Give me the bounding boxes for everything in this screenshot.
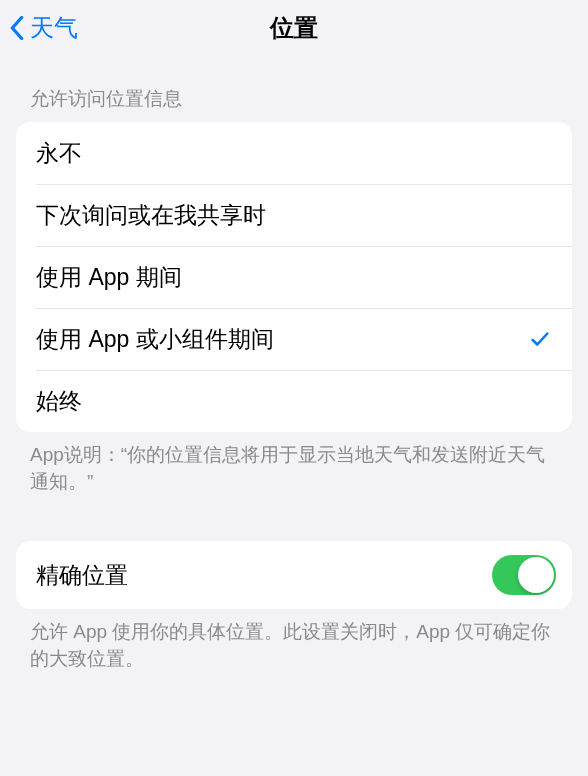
- back-button[interactable]: 天气: [8, 12, 78, 44]
- precise-location-group: 精确位置: [16, 541, 572, 609]
- back-label: 天气: [30, 12, 78, 44]
- location-option-row[interactable]: 使用 App 期间: [16, 246, 572, 308]
- checkmark-icon: [528, 327, 552, 351]
- location-option-row[interactable]: 下次询问或在我共享时: [16, 184, 572, 246]
- nav-bar: 天气 位置: [0, 0, 588, 56]
- content: 允许访问位置信息 永不下次询问或在我共享时使用 App 期间使用 App 或小组…: [0, 56, 588, 672]
- location-option-row[interactable]: 始终: [16, 370, 572, 432]
- location-access-group: 永不下次询问或在我共享时使用 App 期间使用 App 或小组件期间始终: [16, 122, 572, 432]
- toggle-knob: [518, 557, 554, 593]
- precise-location-row[interactable]: 精确位置: [16, 541, 572, 609]
- location-option-label: 永不: [36, 138, 82, 169]
- location-option-label: 始终: [36, 386, 82, 417]
- section-footer-app-explanation: App说明：“你的位置信息将用于显示当地天气和发送附近天气通知。”: [0, 432, 588, 495]
- spacer: [0, 495, 588, 541]
- location-option-label: 使用 App 或小组件期间: [36, 324, 274, 355]
- location-option-label: 下次询问或在我共享时: [36, 200, 266, 231]
- precise-location-label: 精确位置: [36, 560, 128, 591]
- precise-location-toggle[interactable]: [492, 555, 556, 595]
- location-option-row[interactable]: 永不: [16, 122, 572, 184]
- section-footer-precise-location: 允许 App 使用你的具体位置。此设置关闭时，App 仅可确定你的大致位置。: [0, 609, 588, 672]
- chevron-left-icon: [8, 14, 26, 42]
- section-header-location-access: 允许访问位置信息: [0, 86, 588, 122]
- location-option-label: 使用 App 期间: [36, 262, 182, 293]
- location-option-row[interactable]: 使用 App 或小组件期间: [16, 308, 572, 370]
- page-title: 位置: [0, 12, 588, 44]
